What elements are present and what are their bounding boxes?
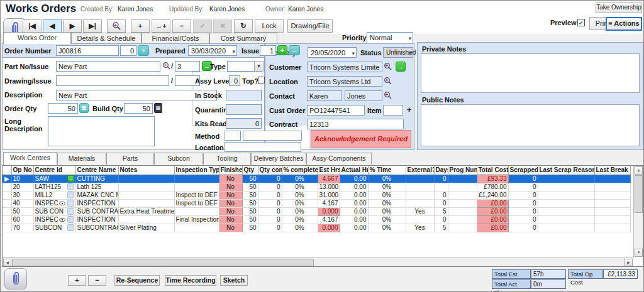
cust-location-input[interactable] — [307, 76, 382, 87]
pct-complete-cell[interactable]: 0% — [282, 215, 318, 224]
days-cell[interactable]: 5 — [434, 207, 448, 215]
cust-order-input[interactable] — [307, 105, 365, 116]
prog-num-cell[interactable] — [448, 224, 477, 232]
pct-time-cell[interactable]: 0% — [368, 199, 406, 207]
col-centre-name[interactable]: Centre Name — [75, 166, 118, 175]
est-hrs-cell[interactable]: 4.167 — [318, 199, 340, 207]
tab-details-schedule[interactable]: Details & Schedule — [71, 33, 142, 43]
centre-goto-button[interactable]: → — [67, 175, 74, 182]
days-cell[interactable]: 0 — [434, 199, 448, 207]
customer-input[interactable] — [307, 62, 382, 72]
notes-cell[interactable]: Silver Plating — [118, 224, 174, 232]
external-cell[interactable]: Yes — [406, 207, 434, 215]
col-total-cost[interactable]: Total Cost — [477, 166, 508, 175]
days-cell[interactable]: 0 — [434, 191, 448, 199]
op-no-cell[interactable]: 30 — [11, 191, 33, 199]
prog-num-cell[interactable] — [448, 199, 477, 207]
zoom-search-button[interactable]: + — [107, 19, 126, 33]
take-ownership-button[interactable]: Take Ownership — [596, 3, 642, 13]
last-scrap-reason-cell[interactable] — [538, 191, 594, 199]
est-hrs-cell[interactable]: 13.000 — [318, 183, 340, 191]
location-search-icon[interactable]: + — [384, 77, 392, 85]
scroll-up-icon[interactable]: ▲ — [635, 166, 643, 175]
centre-id-cell[interactable]: SAW→ — [33, 175, 75, 183]
finished-cell[interactable]: No — [219, 199, 242, 207]
last-break-reason-cell[interactable] — [594, 199, 630, 207]
qty-comp-cell[interactable]: 0 — [258, 215, 282, 224]
last-scrap-reason-cell[interactable] — [538, 175, 594, 183]
delete-record-button[interactable]: − — [172, 19, 191, 33]
col-finished[interactable]: Finished — [219, 166, 242, 175]
scrapped-cell[interactable]: 0 — [508, 191, 538, 199]
notes-cell[interactable] — [118, 199, 174, 207]
finished-cell[interactable]: No — [219, 183, 242, 191]
col-pct-complete[interactable]: % complete — [282, 166, 318, 175]
external-cell[interactable] — [406, 175, 434, 183]
last-break-reason-cell[interactable] — [594, 207, 630, 215]
sketch-button[interactable]: Sketch — [220, 275, 248, 286]
row-selector-cell[interactable] — [3, 199, 11, 207]
inspection-type-cell[interactable] — [174, 175, 219, 183]
col-qty-comp[interactable]: Qty comp — [258, 166, 282, 175]
last-break-reason-cell[interactable] — [594, 175, 630, 183]
qty-cell[interactable]: 50 — [242, 207, 258, 215]
notes-cell[interactable] — [118, 215, 174, 224]
col-pct-time[interactable]: % Time — [368, 166, 406, 175]
op-no-cell[interactable]: 20 — [11, 183, 33, 191]
nav-first-button[interactable]: |◀ — [23, 19, 42, 33]
scrapped-cell[interactable]: 0 — [508, 175, 538, 183]
prog-num-cell[interactable] — [448, 183, 477, 191]
last-break-reason-cell[interactable] — [594, 224, 630, 232]
pct-time-cell[interactable]: 0% — [368, 191, 406, 199]
issue-input[interactable] — [260, 45, 276, 56]
drawing-input[interactable] — [56, 75, 169, 86]
total-cost-cell[interactable]: £780.00 — [477, 183, 508, 191]
total-cost-cell[interactable]: £0.00 — [477, 207, 508, 215]
notes-cell[interactable] — [118, 175, 174, 183]
est-hrs-cell[interactable]: 4.667 — [318, 175, 340, 183]
finished-cell[interactable]: No — [219, 215, 242, 224]
external-cell[interactable]: Yes — [406, 224, 434, 232]
delivery-date-input[interactable]: 29/05/2020▾ — [308, 47, 357, 58]
inspection-type-cell[interactable] — [174, 207, 219, 215]
finished-cell[interactable]: No — [219, 224, 242, 232]
scrapped-cell[interactable]: 0 — [508, 199, 538, 207]
centre-goto-button[interactable]: → — [67, 224, 74, 231]
inspection-type-cell[interactable]: Inspect to DEF Sta — [174, 191, 219, 199]
col-inspection-type[interactable]: Inspection Type — [174, 166, 219, 175]
tab-works-order[interactable]: Works Order — [3, 32, 71, 44]
contact-first-input[interactable] — [307, 90, 342, 101]
tab-materials[interactable]: Materials — [57, 153, 106, 165]
horizontal-scrollbar[interactable]: ◀ ▶ — [3, 257, 633, 266]
total-cost-cell[interactable]: £0.00 — [477, 215, 508, 224]
pct-complete-cell[interactable]: 0% — [282, 183, 318, 191]
attachment-paperclip-icon[interactable] — [4, 268, 27, 289]
hierarchy-icon[interactable]: ≡ — [138, 45, 149, 56]
actual-hrs-cell[interactable]: 0.00 — [340, 199, 368, 207]
work-centre-row[interactable]: 40INSPECT→INSPECTIONInspect to DEF StaNo… — [3, 199, 630, 207]
work-centre-row[interactable]: 20LATH125→Lath 125No5000%13.0000.000%£78… — [3, 183, 630, 191]
order-number-suffix-input[interactable] — [120, 45, 136, 56]
col-op-no[interactable]: Op No — [11, 166, 33, 175]
contract-input[interactable] — [307, 119, 404, 129]
pct-time-cell[interactable]: 0% — [368, 183, 406, 191]
description-input[interactable] — [56, 90, 217, 100]
refresh-button[interactable]: ↻ — [234, 19, 253, 33]
insert-record-button[interactable]: →+ — [152, 19, 170, 33]
priority-select[interactable]: Normal▾ — [367, 32, 413, 44]
total-cost-cell[interactable]: £1,240.00 — [477, 191, 508, 199]
centre-id-cell[interactable]: LATH125→ — [33, 183, 75, 191]
type-input[interactable] — [227, 61, 255, 72]
scroll-right-icon[interactable]: ▶ — [625, 259, 633, 266]
col-external[interactable]: External? — [406, 166, 434, 175]
nav-prev-button[interactable]: ◀ — [43, 19, 62, 33]
last-scrap-reason-cell[interactable] — [538, 224, 594, 232]
issue-add-button[interactable]: + — [277, 45, 287, 55]
item-add-button[interactable]: + — [405, 105, 413, 115]
qty-comp-cell[interactable]: 0 — [258, 183, 282, 191]
build-qty-input[interactable] — [124, 103, 153, 114]
col-last-scrap-reason[interactable]: Last Scrap Reason — [538, 166, 594, 175]
scrapped-cell[interactable]: 0 — [508, 215, 538, 224]
order-qty-input[interactable] — [48, 103, 78, 114]
lock-button[interactable]: Lock — [255, 19, 284, 33]
